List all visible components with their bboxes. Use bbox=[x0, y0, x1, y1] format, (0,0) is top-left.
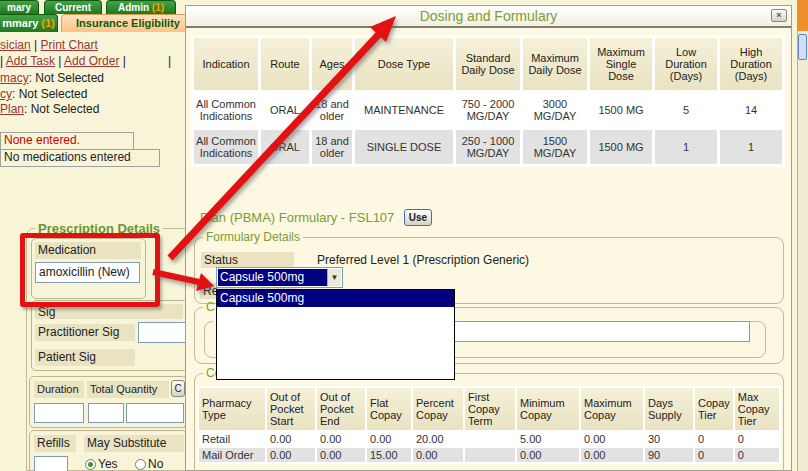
plan-selection-line: Plan: Not Selected bbox=[0, 102, 99, 116]
copay-table: Pharmacy Type Out of Pocket Start Out of… bbox=[197, 386, 781, 464]
tab-insurance-eligibility[interactable]: Insurance Eligibility bbox=[61, 14, 195, 32]
tab-current[interactable]: Current bbox=[44, 0, 102, 14]
link-separator: | bbox=[31, 38, 41, 52]
refills-input[interactable] bbox=[34, 456, 68, 471]
cell: All Common Indications bbox=[194, 93, 258, 127]
link-separator: | bbox=[119, 54, 125, 68]
copay-details-fieldset: Copay Details Pharmacy Type Out of Pocke… bbox=[194, 366, 784, 471]
add-order-link[interactable]: Add Order bbox=[64, 54, 119, 68]
total-quantity-input[interactable] bbox=[88, 403, 124, 423]
dosing-row-maintenance: All Common Indications ORAL 18 and older… bbox=[194, 93, 782, 127]
quantity-unit-input[interactable] bbox=[126, 403, 184, 423]
col-oop-start: Out of Pocket Start bbox=[267, 388, 315, 430]
cell: 0 bbox=[735, 448, 779, 462]
add-task-link[interactable]: Add Task bbox=[6, 54, 55, 68]
cell: 0.00 bbox=[317, 448, 365, 462]
close-icon[interactable]: × bbox=[771, 9, 787, 22]
status-label: Status bbox=[201, 252, 294, 268]
tab-label: mary bbox=[7, 2, 31, 13]
cell: 250 - 1000 MG/DAY bbox=[456, 130, 520, 164]
tab-count-badge: (1) bbox=[41, 17, 54, 29]
form-strength-combobox[interactable]: Capsule 500mg ▼ bbox=[216, 267, 343, 288]
dosing-formulary-dialog: Dosing and Formulary × Indication Route … bbox=[185, 5, 792, 471]
tab-summary-top[interactable]: mary bbox=[0, 0, 39, 14]
pharmacy-link[interactable]: macy bbox=[0, 71, 29, 85]
strength-dropdown-list[interactable]: Capsule 500mg bbox=[216, 289, 455, 380]
cell: 0.00 bbox=[413, 448, 463, 462]
col-indication: Indication bbox=[194, 38, 258, 90]
copay-header-row: Pharmacy Type Out of Pocket Start Out of… bbox=[199, 388, 779, 430]
col-minimum-copay: Minimum Copay bbox=[517, 388, 579, 430]
dialog-titlebar: Dosing and Formulary bbox=[186, 6, 791, 28]
duration-label: Duration bbox=[34, 381, 84, 398]
chevron-down-icon[interactable]: ▼ bbox=[327, 269, 341, 286]
tab-summary-2[interactable]: mmary (1) bbox=[0, 14, 58, 32]
refills-label: Refills bbox=[34, 435, 76, 452]
cell: SINGLE DOSE bbox=[355, 130, 453, 164]
chart-links-line2: | Add Task | Add Order | bbox=[0, 54, 126, 68]
dosing-row-single-dose: All Common Indications ORAL 18 and older… bbox=[194, 130, 782, 164]
selection-value: : Not Selected bbox=[24, 102, 99, 116]
col-standard-daily-dose: Standard Daily Dose bbox=[456, 38, 520, 90]
cell: 5.00 bbox=[517, 432, 579, 446]
plan-link[interactable]: Plan bbox=[0, 102, 24, 116]
tab-label: Current bbox=[55, 2, 91, 13]
screen: mary Current Admin (1) mmary (1) Insuran… bbox=[0, 0, 808, 471]
cell: 0.00 bbox=[317, 432, 365, 446]
quantity-calc-button[interactable]: C bbox=[171, 380, 185, 397]
dropdown-option[interactable]: Capsule 500mg bbox=[217, 290, 454, 307]
col-copay-tier: Copay Tier bbox=[695, 388, 733, 430]
cell: ORAL bbox=[261, 130, 309, 164]
link-separator: | bbox=[55, 54, 64, 68]
status-value: Preferred Level 1 (Prescription Generic) bbox=[317, 253, 529, 267]
pharmacy-selection-line: macy: Not Selected bbox=[0, 71, 104, 85]
print-chart-link[interactable]: Print Chart bbox=[40, 38, 97, 52]
practitioner-sig-label: Practitioner Sig bbox=[35, 324, 135, 341]
cell: 90 bbox=[645, 448, 693, 462]
cell: 30 bbox=[645, 432, 693, 446]
cell: 0.00 bbox=[581, 432, 643, 446]
tab-label: Admin bbox=[118, 2, 152, 13]
tab-count-badge: (1) bbox=[152, 2, 164, 13]
no-radio[interactable] bbox=[135, 459, 146, 470]
col-maximum-daily-dose: Maximum Daily Dose bbox=[523, 38, 587, 90]
cell: 1500 MG bbox=[590, 93, 652, 127]
cell: 15.00 bbox=[367, 448, 411, 462]
duration-input[interactable] bbox=[34, 403, 84, 423]
cell: 18 and older bbox=[312, 93, 352, 127]
col-max-copay-tier: Max Copay Tier bbox=[735, 388, 779, 430]
yes-radio[interactable] bbox=[85, 459, 96, 470]
substitute-no-option[interactable]: No bbox=[135, 457, 163, 471]
cell: 14 bbox=[720, 93, 782, 127]
cell: ORAL bbox=[261, 93, 309, 127]
cell: 0.00 bbox=[367, 432, 411, 446]
physician-link[interactable]: sician bbox=[0, 38, 31, 52]
selection-value: : Not Selected bbox=[12, 87, 87, 101]
cell bbox=[465, 448, 515, 462]
plan-formulary-title: Plan (PBMA) Formulary - FSL107 bbox=[200, 210, 394, 225]
duration-quantity-box: Duration Total Quantity C bbox=[29, 376, 187, 428]
substitute-yes-option[interactable]: Yes bbox=[85, 457, 118, 471]
col-percent-copay: Percent Copay bbox=[413, 388, 463, 430]
link-separator-far: | bbox=[168, 54, 171, 68]
col-dose-type: Dose Type bbox=[355, 38, 453, 90]
cell: 0 bbox=[695, 448, 733, 462]
total-quantity-label: Total Quantity bbox=[87, 381, 169, 398]
medications-alert-box: No medications entered bbox=[0, 149, 160, 167]
cell: 18 and older bbox=[312, 130, 352, 164]
medications-alert-text: No medications entered bbox=[4, 150, 131, 164]
use-button[interactable]: Use bbox=[404, 209, 432, 226]
plan-formulary-line: Plan (PBMA) Formulary - FSL107 Use bbox=[200, 209, 432, 226]
cell: 20.00 bbox=[413, 432, 463, 446]
col-first-copay-term: First Copay Term bbox=[465, 388, 515, 430]
sig-box: Sig Practitioner Sig Patient Sig bbox=[31, 300, 188, 371]
combobox-selected-value: Capsule 500mg bbox=[218, 269, 327, 286]
col-route: Route bbox=[261, 38, 309, 90]
cell: 0 bbox=[695, 432, 733, 446]
tab-admin[interactable]: Admin (1) bbox=[106, 0, 176, 14]
allergy-link[interactable]: cy bbox=[0, 87, 12, 101]
col-low-duration: Low Duration (Days) bbox=[655, 38, 717, 90]
col-high-duration: High Duration (Days) bbox=[720, 38, 782, 90]
col-flat-copay: Flat Copay bbox=[367, 388, 411, 430]
patient-sig-label: Patient Sig bbox=[35, 349, 135, 366]
